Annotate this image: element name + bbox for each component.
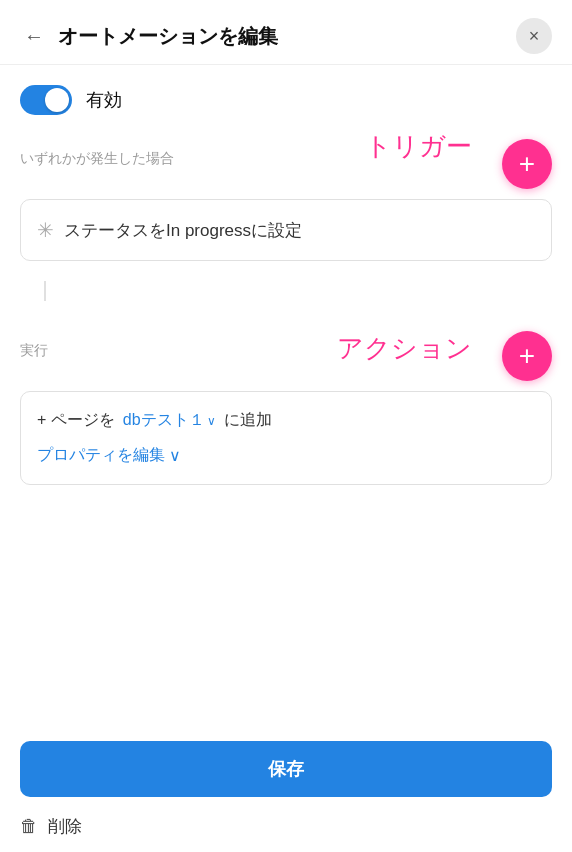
- add-page-icon: + ページを: [37, 410, 115, 431]
- action-add-page-row: + ページを dbテスト１ ∨ に追加: [37, 410, 535, 431]
- db-link[interactable]: dbテスト１ ∨: [123, 410, 216, 431]
- toggle-label: 有効: [86, 88, 122, 112]
- edit-props-chevron-icon: ∨: [169, 446, 181, 465]
- section-connector: [44, 281, 46, 301]
- trigger-section: トリガー いずれかが発生した場合 + ✳︎ ステータスをIn progressに…: [20, 139, 552, 261]
- action-card[interactable]: + ページを dbテスト１ ∨ に追加 プロパティを編集 ∨: [20, 391, 552, 485]
- edit-props-label: プロパティを編集: [37, 445, 165, 466]
- enabled-toggle[interactable]: [20, 85, 72, 115]
- delete-label: 削除: [48, 815, 82, 838]
- action-section-label: 実行: [20, 342, 48, 360]
- trigger-section-header: いずれかが発生した場合 +: [20, 139, 552, 189]
- trigger-card-content: ✳︎ ステータスをIn progressに設定: [37, 218, 535, 242]
- header: ← オートメーションを編集 ×: [0, 0, 572, 65]
- header-left: ← オートメーションを編集: [20, 21, 278, 52]
- add-page-suffix: に追加: [224, 410, 272, 431]
- action-section: アクション 実行 + + ページを dbテスト１ ∨ に追加: [20, 331, 552, 485]
- close-button[interactable]: ×: [516, 18, 552, 54]
- edit-properties-link[interactable]: プロパティを編集 ∨: [37, 445, 181, 466]
- add-action-icon: +: [519, 340, 535, 372]
- add-action-button[interactable]: +: [502, 331, 552, 381]
- save-label: 保存: [268, 759, 304, 779]
- action-card-content: + ページを dbテスト１ ∨ に追加 プロパティを編集 ∨: [37, 410, 535, 466]
- trigger-text: ステータスをIn progressに設定: [64, 219, 302, 242]
- trigger-spinner-icon: ✳︎: [37, 218, 54, 242]
- db-name: dbテスト１: [123, 410, 205, 431]
- edit-props-row: プロパティを編集 ∨: [37, 445, 535, 466]
- bottom-section: 保存 🗑 削除: [0, 721, 572, 852]
- main-content: 有効 トリガー いずれかが発生した場合 + ✳︎ ステータスをIn progre…: [0, 65, 572, 485]
- add-trigger-button[interactable]: +: [502, 139, 552, 189]
- trigger-section-label: いずれかが発生した場合: [20, 150, 174, 168]
- trigger-card[interactable]: ✳︎ ステータスをIn progressに設定: [20, 199, 552, 261]
- db-chevron-icon: ∨: [207, 414, 216, 428]
- close-icon: ×: [529, 26, 540, 47]
- add-trigger-icon: +: [519, 148, 535, 180]
- action-section-header: 実行 +: [20, 331, 552, 381]
- save-button[interactable]: 保存: [20, 741, 552, 797]
- back-button[interactable]: ←: [20, 21, 48, 52]
- toggle-row: 有効: [20, 85, 552, 115]
- page-title: オートメーションを編集: [58, 23, 278, 50]
- delete-row[interactable]: 🗑 削除: [20, 811, 552, 842]
- delete-icon: 🗑: [20, 816, 38, 837]
- back-icon: ←: [24, 25, 44, 48]
